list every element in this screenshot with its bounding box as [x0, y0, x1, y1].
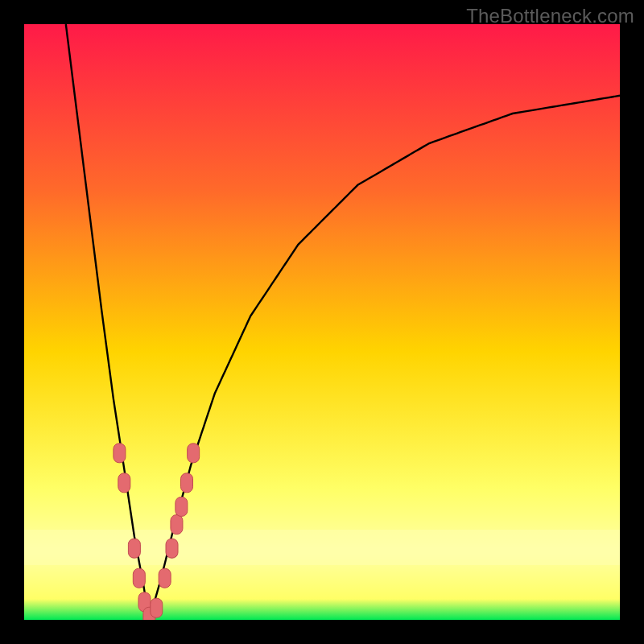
highlight-marker	[166, 539, 178, 558]
highlight-marker	[175, 497, 188, 516]
highlight-marker	[181, 473, 193, 493]
highlight-marker	[151, 598, 163, 617]
chart-frame: TheBottleneck.com	[0, 0, 644, 644]
highlight-marker	[133, 568, 145, 588]
highlight-marker	[128, 539, 140, 558]
highlight-marker	[114, 444, 126, 463]
highlight-marker	[171, 515, 183, 535]
plot-svg	[24, 24, 620, 620]
highlight-marker	[118, 473, 130, 493]
highlight-marker	[159, 568, 171, 588]
pale-band	[24, 530, 620, 565]
highlight-marker	[188, 444, 200, 463]
